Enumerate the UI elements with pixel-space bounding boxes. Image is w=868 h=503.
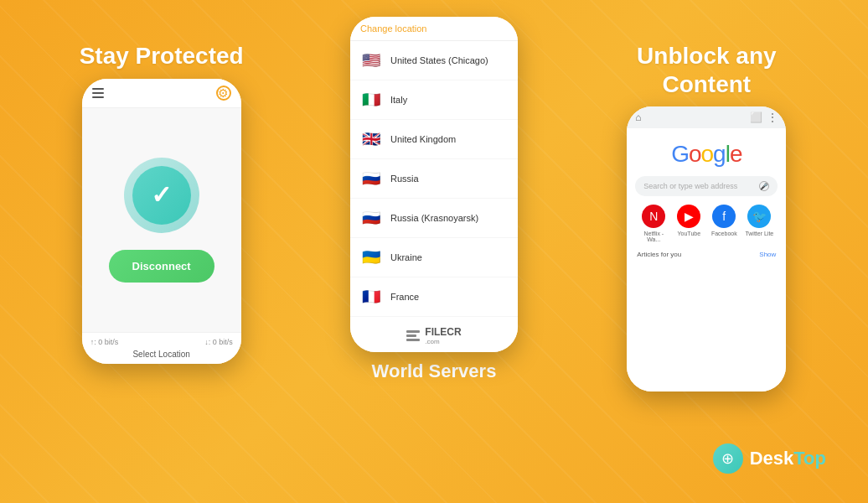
right-section: Unblock any Content ⌂ ⬜ ⋮ G o o g l e [571, 17, 843, 486]
middle-subtitle: World Servers [372, 360, 497, 382]
phone-body-left: ✓ Disconnect [82, 108, 241, 332]
right-phone: ⌂ ⬜ ⋮ G o o g l e Search or type web add… [627, 106, 786, 392]
server-list: 🇺🇸 United States (Chicago) 🇮🇹 Italy 🇬🇧 U… [350, 41, 518, 319]
server-name: Italy [390, 95, 407, 105]
app-item[interactable]: ▶ YouTube [674, 205, 703, 242]
google-logo: G o o g l e [671, 141, 741, 168]
flag-icon: 🇺🇦 [360, 246, 382, 268]
server-name: France [390, 292, 419, 302]
desktop-logo-icon: ⊕ [713, 443, 743, 474]
app-icon: N [642, 205, 665, 228]
gear-icon [216, 86, 231, 101]
filecr-com: .com [425, 338, 461, 345]
chrome-body: G o o g l e Search or type web address 🎤… [627, 128, 786, 392]
app-item[interactable]: 🐦 Twitter Lite [745, 205, 773, 242]
search-placeholder-text: Search or type web address [643, 182, 737, 190]
app-icon: 🐦 [747, 205, 771, 228]
app-label: Twitter Lite [745, 231, 773, 236]
phone-footer-left: ↑: 0 bit/s ↓: 0 bit/s Select Location [82, 332, 241, 364]
app-item[interactable]: f Facebook [710, 205, 738, 242]
server-item[interactable]: 🇷🇺 Russia (Krasnoyarsk) [350, 199, 518, 238]
server-item[interactable]: 🇺🇸 United States (Chicago) [350, 41, 518, 80]
chrome-header: ⌂ ⬜ ⋮ [627, 106, 786, 128]
home-icon: ⌂ [635, 111, 641, 123]
app-label: YouTube [674, 231, 703, 236]
middle-section: Change location 🇺🇸 United States (Chicag… [297, 17, 570, 486]
checkmark-icon: ✓ [151, 180, 172, 210]
middle-phone: Change location 🇺🇸 United States (Chicag… [350, 17, 518, 352]
speed-row: ↑: 0 bit/s ↓: 0 bit/s [90, 338, 233, 346]
change-location-link[interactable]: Change location [360, 23, 508, 34]
chrome-action-icons: ⬜ ⋮ [750, 111, 778, 123]
app-icon: f [712, 205, 736, 228]
server-name: United States (Chicago) [390, 55, 488, 65]
hamburger-icon [92, 88, 104, 98]
server-item[interactable]: 🇫🇷 France [350, 277, 518, 317]
main-container: Stay Protected ✓ Disconnect ↑: 0 bit/s ↓… [0, 0, 868, 503]
mic-icon: 🎤 [759, 181, 769, 191]
phone-header-left [82, 79, 241, 108]
server-name: Russia [390, 174, 419, 184]
articles-label: Articles for you [637, 251, 681, 258]
flag-icon: 🇺🇸 [360, 49, 382, 71]
tab-icon: ⬜ [750, 111, 762, 123]
app-label: Facebook [710, 231, 738, 236]
flag-icon: 🇮🇹 [360, 89, 382, 111]
right-title-line2: Content [662, 71, 751, 97]
desktop-text: DeskTop [750, 448, 826, 469]
app-item[interactable]: N Netflix - Wa... [639, 205, 668, 242]
server-item[interactable]: 🇺🇦 Ukraine [350, 238, 518, 277]
upload-speed: ↑: 0 bit/s [90, 338, 119, 346]
more-icon: ⋮ [767, 111, 778, 123]
server-name: United Kingdom [390, 134, 456, 144]
app-grid: N Netflix - Wa... ▶ YouTube f Facebook 🐦… [635, 205, 778, 242]
checkmark-circle: ✓ [124, 158, 199, 233]
search-bar[interactable]: Search or type web address 🎤 [635, 176, 778, 196]
left-phone: ✓ Disconnect ↑: 0 bit/s ↓: 0 bit/s Selec… [82, 79, 241, 364]
app-icon: ▶ [677, 205, 700, 228]
select-location-label[interactable]: Select Location [90, 350, 233, 359]
flag-icon: 🇷🇺 [360, 168, 382, 189]
right-title-line1: Unblock any [637, 43, 776, 69]
right-title: Unblock any Content [637, 42, 776, 98]
server-name: Russia (Krasnoyarsk) [390, 213, 478, 223]
left-title: Stay Protected [80, 42, 244, 70]
disconnect-button[interactable]: Disconnect [109, 250, 214, 283]
server-item[interactable]: 🇬🇧 United Kingdom [350, 120, 518, 159]
flag-icon: 🇫🇷 [360, 286, 382, 308]
server-name: Ukraine [390, 252, 422, 262]
flag-icon: 🇷🇺 [360, 207, 382, 229]
server-item[interactable]: 🇮🇹 Italy [350, 80, 518, 120]
left-section: Stay Protected ✓ Disconnect ↑: 0 bit/s ↓… [25, 17, 297, 486]
filecr-text: FILECR [425, 326, 461, 338]
server-item[interactable]: 🇷🇺 Russia [350, 159, 518, 199]
phone-header-middle: Change location [350, 17, 518, 41]
app-label: Netflix - Wa... [639, 231, 668, 242]
show-link[interactable]: Show [759, 251, 776, 258]
download-speed: ↓: 0 bit/s [204, 338, 233, 346]
flag-icon: 🇬🇧 [360, 128, 382, 150]
desktop-watermark: ⊕ DeskTop [713, 443, 826, 474]
articles-row: Articles for you Show [635, 251, 778, 258]
filecr-watermark: FILECR .com [350, 319, 518, 352]
filecr-icon [406, 330, 420, 341]
